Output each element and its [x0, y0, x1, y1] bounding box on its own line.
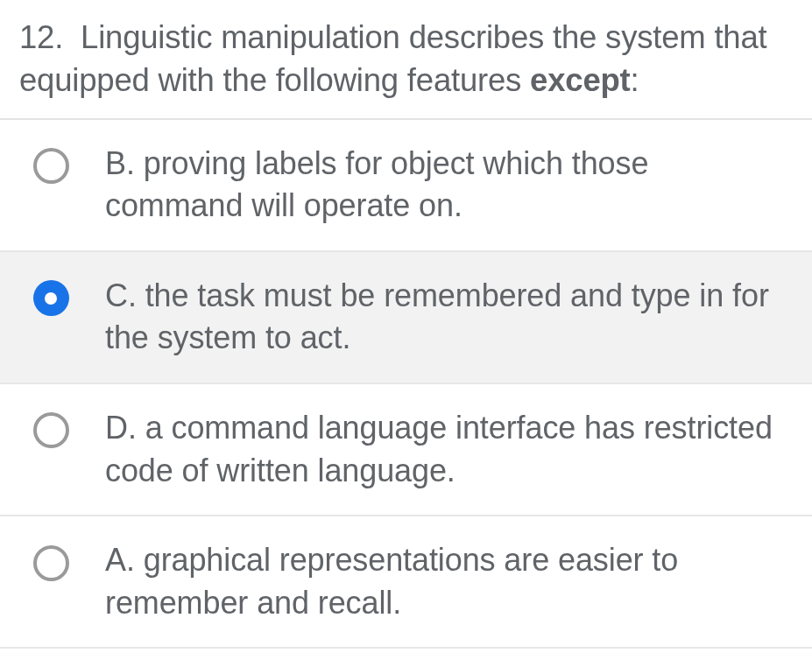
radio-icon-selected: [32, 279, 70, 318]
option-a[interactable]: A. graphical representations are easier …: [0, 516, 812, 649]
question-stem-bold: except: [530, 62, 630, 98]
question-stem-pre: Linguistic manipulation describes the sy…: [19, 19, 767, 98]
radio-icon: [32, 411, 70, 450]
option-b[interactable]: B. proving labels for object which those…: [0, 120, 812, 252]
question-number: 12.: [19, 19, 63, 55]
question-stem-post: :: [631, 62, 639, 98]
option-label: A. graphical representations are easier …: [105, 539, 786, 624]
option-label: C. the task must be remembered and type …: [105, 275, 786, 360]
radio-icon: [32, 544, 70, 582]
question-text: 12. Linguistic manipulation describes th…: [0, 0, 812, 118]
radio-icon: [32, 147, 70, 186]
option-d[interactable]: D. a command language interface has rest…: [0, 384, 812, 516]
option-label: D. a command language interface has rest…: [105, 407, 786, 492]
question-block: 12. Linguistic manipulation describes th…: [0, 0, 812, 649]
option-c[interactable]: C. the task must be remembered and type …: [0, 252, 812, 384]
options-list: B. proving labels for object which those…: [0, 118, 812, 649]
option-label: B. proving labels for object which those…: [105, 143, 786, 228]
